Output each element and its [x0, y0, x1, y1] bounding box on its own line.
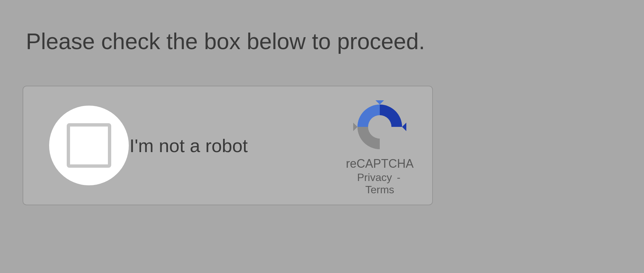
recaptcha-terms-link[interactable]: Terms [365, 184, 394, 196]
recaptcha-widget: I'm not a robot reCAPTCHA Privacy - Term… [23, 86, 433, 205]
recaptcha-brand: reCAPTCHA Privacy - Terms [343, 100, 416, 196]
instruction-text: Please check the box below to proceed. [26, 28, 425, 54]
separator: - [397, 171, 401, 183]
svg-marker-0 [402, 123, 406, 131]
recaptcha-privacy-link[interactable]: Privacy [357, 171, 392, 183]
recaptcha-label: I'm not a robot [129, 135, 248, 156]
checkbox-highlight [49, 106, 129, 185]
svg-marker-2 [353, 123, 358, 131]
recaptcha-links: Privacy - Terms [343, 171, 416, 196]
recaptcha-checkbox[interactable] [67, 123, 111, 168]
svg-marker-1 [375, 100, 384, 105]
recaptcha-brand-text: reCAPTCHA [346, 157, 414, 171]
recaptcha-logo-icon [353, 100, 406, 153]
